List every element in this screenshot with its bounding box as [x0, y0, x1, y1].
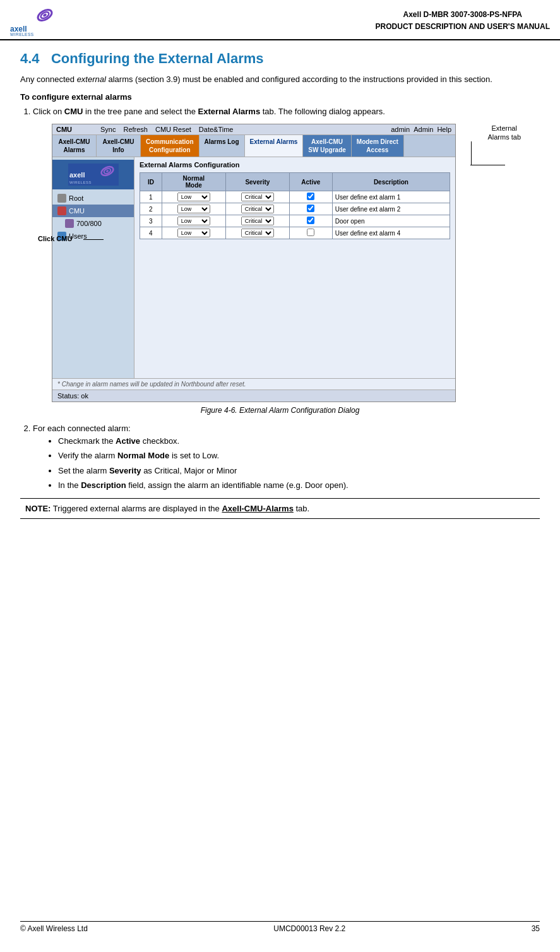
row1-id: 1	[140, 191, 162, 203]
click-cmu-line	[83, 239, 104, 240]
sidebar-item-cmu[interactable]: CMU	[52, 205, 134, 217]
row2-description: User define ext alarm 2	[332, 203, 450, 215]
section-heading: Configuring the External Alarms	[51, 51, 264, 66]
procedure-heading: To configure external alarms	[20, 92, 540, 102]
app-topbar: CMU Sync Refresh CMU Reset Date&Time adm…	[52, 124, 455, 135]
bullet-list: Checkmark the Active checkbox. Verify th…	[58, 435, 540, 492]
row2-active-checkbox[interactable]	[307, 205, 314, 212]
row1-normal-mode-select[interactable]: Low High	[177, 193, 210, 201]
tab-external-alarms[interactable]: External Alarms	[245, 135, 304, 157]
section-number: 4.4	[20, 51, 40, 66]
app-footer-note: * Change in alarm names will be updated …	[52, 378, 455, 390]
col-severity: Severity	[225, 173, 289, 191]
sidebar-item-700-800[interactable]: 700/800	[52, 217, 134, 230]
row1-active-checkbox[interactable]	[307, 193, 314, 200]
table-row: 4 Low High Critical	[140, 227, 450, 239]
row3-normal-mode-select[interactable]: Low High	[177, 217, 210, 225]
row2-severity-select[interactable]: Critical Major Minor	[241, 205, 274, 213]
row2-id: 2	[140, 203, 162, 215]
row1-description: User define ext alarm 1	[332, 191, 450, 203]
app-sidebar: axell WIRELESS Root CMU	[52, 157, 134, 378]
bullet-1: Checkmark the Active checkbox.	[58, 435, 540, 448]
row3-normal-mode: Low High	[162, 215, 225, 227]
row4-active-checkbox[interactable]	[307, 229, 314, 236]
step-2-list: For each connected alarm: Checkmark the …	[33, 422, 540, 492]
row4-normal-mode: Low High	[162, 227, 225, 239]
row4-id: 4	[140, 227, 162, 239]
step-list: Click on CMU in the tree pane and select…	[33, 105, 540, 118]
table-row: 3 Low High Critical	[140, 215, 450, 227]
sidebar-700-label: 700/800	[76, 220, 102, 227]
row1-severity-select[interactable]: Critical Major Minor	[241, 193, 274, 201]
row3-severity-select[interactable]: Critical Major Minor	[241, 217, 274, 225]
footer-right: 35	[532, 924, 540, 933]
sidebar-logo: axell WIRELESS	[52, 160, 134, 189]
callout-horizontal-line	[470, 165, 505, 165]
topbar-admin-link[interactable]: Admin	[414, 126, 433, 133]
svg-text:WIRELESS: WIRELESS	[10, 32, 34, 37]
app-main-title: External Alarms Configuration	[140, 161, 450, 169]
sidebar-cmu-label: CMU	[69, 207, 85, 215]
topbar-refresh[interactable]: Refresh	[123, 126, 148, 133]
bullet-3: Set the alarm Severity as Critical, Majo…	[58, 465, 540, 477]
row1-active	[289, 191, 332, 203]
row1-severity: Critical Major Minor	[225, 191, 289, 203]
app-nav-tabs: Axell-CMUAlarms Axell-CMUInfo Communicat…	[52, 135, 455, 157]
tab-communication-config[interactable]: CommunicationConfiguration	[141, 135, 200, 157]
tab-axell-cmu-alarms[interactable]: Axell-CMUAlarms	[52, 135, 97, 157]
row2-normal-mode-select[interactable]: Low High	[177, 205, 210, 213]
col-id: ID	[140, 173, 162, 191]
external-alarms-table: ID NormalMode Severity Active Descriptio…	[140, 172, 450, 239]
main-content: 4.4 Configuring the External Alarms Any …	[0, 40, 560, 943]
header-line1: Axell D-MBR 3007-3008-PS-NFPA	[376, 9, 550, 21]
page-header: axell WIRELESS Axell D-MBR 3007-3008-PS-…	[0, 0, 560, 40]
bullet-4: In the Description field, assign the ala…	[58, 479, 540, 492]
step-1: Click on CMU in the tree pane and select…	[33, 105, 540, 118]
page-footer: © Axell Wireless Ltd UMCD00013 Rev 2.2 3…	[20, 921, 540, 933]
app-status-bar: Status: ok	[52, 390, 455, 402]
app-frame: CMU Sync Refresh CMU Reset Date&Time adm…	[52, 124, 456, 402]
row2-active	[289, 203, 332, 215]
tab-alarms-log[interactable]: Alarms Log	[200, 135, 245, 157]
note-box: NOTE: Triggered external alarms are disp…	[20, 498, 540, 520]
row1-normal-mode: Low High	[162, 191, 225, 203]
footer-center: UMCD00013 Rev 2.2	[273, 924, 345, 933]
note-text: Triggered external alarms are displayed …	[53, 504, 309, 513]
row2-normal-mode: Low High	[162, 203, 225, 215]
topbar-admin: admin Admin Help	[391, 126, 451, 133]
click-cmu-annotation: Click CMU	[38, 235, 72, 242]
row4-severity-select[interactable]: Critical Major Minor	[241, 229, 274, 237]
tab-axell-cmu-info[interactable]: Axell-CMUInfo	[97, 135, 141, 157]
row4-active	[289, 227, 332, 239]
tab-modem-direct-access[interactable]: Modem DirectAccess	[352, 135, 404, 157]
cmu-icon	[57, 206, 66, 215]
app-topbar-title: CMU	[56, 126, 94, 133]
sidebar-item-root[interactable]: Root	[52, 192, 134, 205]
700-icon	[65, 219, 74, 228]
row4-description: User define ext alarm 4	[332, 227, 450, 239]
app-body: axell WIRELESS Root CMU	[52, 157, 455, 378]
topbar-help-link[interactable]: Help	[437, 126, 451, 133]
svg-text:WIRELESS: WIRELESS	[69, 181, 92, 184]
col-normal-mode: NormalMode	[162, 173, 225, 191]
header-product-info: Axell D-MBR 3007-3008-PS-NFPA PRODUCT DE…	[376, 9, 550, 33]
app-main-panel: External Alarms Configuration ID NormalM…	[134, 157, 455, 378]
row3-id: 3	[140, 215, 162, 227]
sidebar-axell-logo: axell WIRELESS	[68, 164, 119, 186]
section-title: 4.4 Configuring the External Alarms	[20, 51, 540, 67]
table-row: 2 Low High Critical	[140, 203, 450, 215]
intro-paragraph: Any connected external alarms (section 3…	[20, 73, 540, 86]
topbar-admin-user: admin	[391, 126, 410, 133]
topbar-date-time[interactable]: Date&Time	[199, 126, 234, 133]
row3-active	[289, 215, 332, 227]
row4-normal-mode-select[interactable]: Low High	[177, 229, 210, 237]
logo-area: axell WIRELESS	[10, 5, 54, 37]
topbar-cmu-reset[interactable]: CMU Reset	[155, 126, 191, 133]
row3-severity: Critical Major Minor	[225, 215, 289, 227]
row3-active-checkbox[interactable]	[307, 217, 314, 224]
axell-logo: axell WIRELESS	[10, 5, 54, 37]
topbar-sync[interactable]: Sync	[100, 126, 116, 133]
table-row: 1 Low High Critical	[140, 191, 450, 203]
figure-caption: Figure 4-6. External Alarm Configuration…	[20, 406, 540, 415]
tab-axell-cmu-sw-upgrade[interactable]: Axell-CMUSW Upgrade	[303, 135, 351, 157]
